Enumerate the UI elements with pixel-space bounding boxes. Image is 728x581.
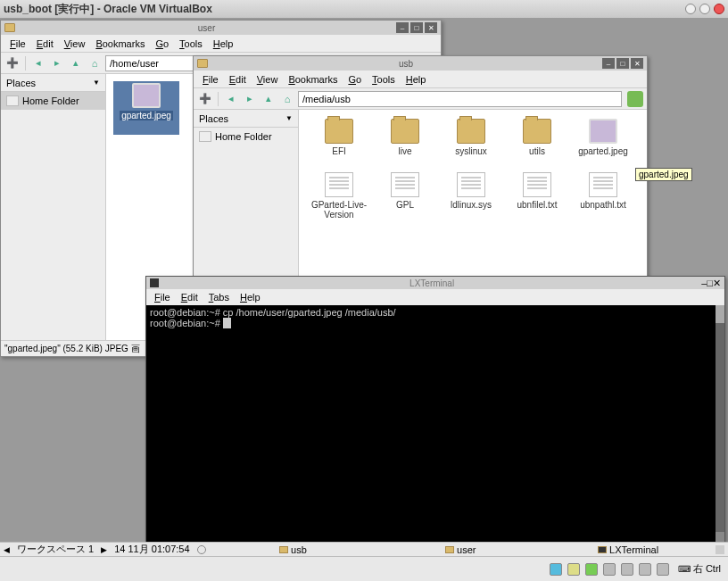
new-tab-icon[interactable]: ➕ [197, 91, 213, 107]
file-ubnpathl-txt[interactable]: ubnpathl.txt [570, 170, 636, 224]
menu-view[interactable]: View [59, 37, 91, 51]
file-utils[interactable]: utils [504, 117, 570, 170]
close-icon[interactable]: ✕ [713, 278, 721, 289]
file-manager-usb: usb – □ ✕ File Edit View Bookmarks Go To… [193, 55, 648, 286]
workspace-label[interactable]: ワークスペース 1 [17, 543, 94, 556]
menu-tabs[interactable]: Tabs [204, 291, 234, 303]
task-terminal[interactable]: LXTerminal [548, 544, 708, 555]
menu-tools[interactable]: Tools [367, 72, 401, 87]
menu-bookmarks[interactable]: Bookmarks [90, 37, 150, 51]
datetime: 14 11月 01:07:54 [114, 543, 189, 556]
close-button[interactable] [714, 4, 724, 14]
up-icon[interactable]: ▴ [68, 55, 84, 71]
network-icon[interactable] [585, 563, 598, 576]
close-icon[interactable]: ✕ [425, 22, 437, 33]
file-ldlinux-sys[interactable]: ldlinux.sys [438, 170, 504, 224]
fm2-icon-area[interactable]: EFIlivesyslinuxutilsgparted.jpegGParted-… [299, 110, 647, 285]
taskbar: ◀ ワークスペース 1 ▶ 14 11月 01:07:54 usb user L… [0, 542, 728, 556]
maximize-icon[interactable]: □ [616, 58, 629, 69]
file-gparted-jpeg[interactable]: gparted.jpeg [570, 117, 636, 170]
forward-icon[interactable]: ▸ [242, 91, 258, 107]
task-usb[interactable]: usb [213, 544, 374, 555]
menu-tools[interactable]: Tools [174, 37, 208, 51]
menu-edit[interactable]: Edit [177, 291, 203, 303]
fm2-titlebar[interactable]: usb – □ ✕ [194, 56, 647, 71]
menu-help[interactable]: Help [236, 291, 265, 303]
maximize-button[interactable] [699, 4, 710, 14]
menu-go[interactable]: Go [343, 72, 367, 87]
minimize-button[interactable] [685, 4, 696, 14]
disk-icon[interactable] [550, 563, 562, 576]
chevron-down-icon: ▼ [93, 79, 100, 87]
logout-icon[interactable] [197, 545, 206, 554]
file-label: ldlinux.sys [451, 200, 492, 210]
back-icon[interactable]: ◂ [30, 55, 46, 71]
file-syslinux[interactable]: syslinux [438, 117, 504, 170]
file-label: gparted.jpeg [120, 111, 173, 120]
home-icon[interactable]: ⌂ [279, 91, 295, 107]
go-icon[interactable] [627, 91, 643, 107]
menu-edit[interactable]: Edit [31, 37, 59, 51]
minimize-icon[interactable]: – [602, 58, 615, 69]
fm2-toolbar: ➕ ◂ ▸ ▴ ⌂ [194, 88, 647, 110]
file-ubnfilel-txt[interactable]: ubnfilel.txt [504, 170, 570, 224]
menu-bookmarks[interactable]: Bookmarks [283, 72, 343, 87]
arrow-left-icon[interactable]: ◀ [4, 545, 10, 554]
chevron-down-icon: ▼ [285, 114, 293, 122]
menu-go[interactable]: Go [150, 37, 174, 51]
task-user[interactable]: user [380, 544, 541, 555]
terminal-title: LXTerminal [162, 278, 701, 288]
close-icon[interactable]: ✕ [631, 58, 643, 69]
menu-view[interactable]: View [252, 72, 284, 87]
arrow-right-icon[interactable]: ▶ [101, 545, 107, 554]
maximize-icon[interactable]: □ [707, 278, 713, 288]
file-gpl[interactable]: GPL [372, 170, 438, 224]
img-icon [132, 83, 161, 108]
usb-icon[interactable] [603, 563, 616, 576]
folder-icon [279, 546, 288, 553]
menu-help[interactable]: Help [208, 37, 239, 51]
file-live[interactable]: live [372, 117, 438, 170]
menu-edit[interactable]: Edit [224, 72, 252, 87]
txt-icon [391, 172, 419, 197]
menu-help[interactable]: Help [401, 72, 432, 87]
menu-file[interactable]: File [150, 291, 175, 303]
terminal-titlebar[interactable]: LXTerminal – □ ✕ [146, 277, 724, 289]
fm2-menubar: File Edit View Bookmarks Go Tools Help [194, 71, 647, 88]
folder-icon [4, 23, 15, 32]
folder-icon [457, 119, 485, 144]
terminal-body[interactable]: root@debian:~# cp /home/user/gparted.jpe… [146, 305, 724, 543]
tray-icon[interactable] [716, 545, 724, 554]
shared-folder-icon[interactable] [621, 563, 633, 576]
scrollbar[interactable] [716, 305, 724, 543]
folder-icon [391, 119, 419, 144]
menu-file[interactable]: File [4, 37, 31, 51]
sidebar-item-home[interactable]: Home Folder [1, 92, 105, 110]
up-icon[interactable]: ▴ [261, 91, 277, 107]
display-icon[interactable] [639, 563, 651, 576]
vbox-title: usb_boot [実行中] - Oracle VM VirtualBox [4, 2, 212, 17]
fm2-sidebar: Places▼ Home Folder [194, 110, 299, 285]
txt-icon [457, 172, 485, 197]
home-icon[interactable]: ⌂ [87, 55, 103, 71]
folder-icon [523, 119, 551, 144]
places-header[interactable]: Places▼ [194, 110, 298, 128]
fm1-titlebar[interactable]: user – □ ✕ [1, 21, 441, 35]
file-gparted-live-version[interactable]: GParted-Live-Version [306, 170, 372, 224]
terminal-window: LXTerminal – □ ✕ File Edit Tabs Help roo… [145, 276, 725, 544]
forward-icon[interactable]: ▸ [49, 55, 65, 71]
file-label: utils [529, 146, 545, 156]
file-efi[interactable]: EFI [306, 117, 372, 170]
places-header[interactable]: Places▼ [1, 74, 105, 92]
cd-icon[interactable] [567, 563, 580, 576]
minimize-icon[interactable]: – [396, 22, 409, 33]
new-tab-icon[interactable]: ➕ [4, 55, 21, 71]
capture-icon[interactable] [657, 563, 669, 576]
path-input[interactable] [298, 91, 622, 107]
maximize-icon[interactable]: □ [410, 22, 423, 33]
back-icon[interactable]: ◂ [223, 91, 239, 107]
file-gparted-jpeg[interactable]: gparted.jpeg [113, 81, 179, 135]
menu-file[interactable]: File [197, 72, 224, 87]
sidebar-item-home[interactable]: Home Folder [194, 128, 298, 145]
fm1-sidebar: Places▼ Home Folder [1, 74, 106, 356]
